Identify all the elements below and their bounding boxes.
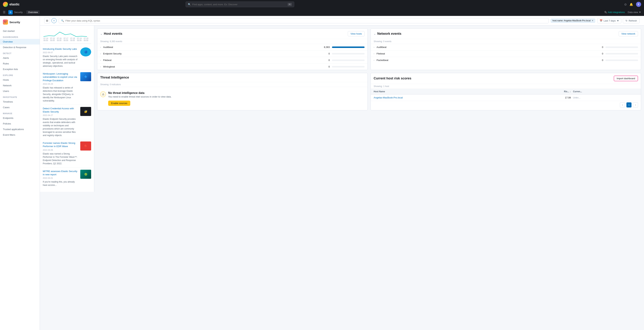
- bc-security[interactable]: Security: [14, 11, 23, 13]
- event-count: 0: [322, 59, 330, 61]
- calendar-icon: 📅: [600, 19, 602, 22]
- network-events-subtitle: Showing: 0 events: [371, 39, 641, 44]
- threat-intelligence-panel: Threat Intelligence Showing: 0 indicator…: [97, 73, 368, 110]
- event-name[interactable]: Filebeat: [103, 59, 320, 61]
- event-count: 0: [596, 52, 603, 55]
- bc-overview[interactable]: Overview: [26, 10, 40, 14]
- filter-tag: host.name: Angelas-MacBook-Pro.local ✕: [551, 19, 595, 23]
- news-image: 🔵: [80, 47, 91, 56]
- elastic-logo[interactable]: elastic: [3, 2, 20, 7]
- news-item: MITRE assesses Elastic Security in new r…: [43, 167, 91, 189]
- event-row: › Filebeat 0: [371, 50, 641, 57]
- news-desc: Elastic was named a Strong Performer in …: [43, 152, 78, 165]
- sidebar-item-users[interactable]: Users: [0, 88, 40, 94]
- threat-subtitle: Showing: 0 indicators: [97, 82, 368, 87]
- chevron-icon: ›: [374, 46, 374, 48]
- sidebar-item-network[interactable]: Network: [0, 83, 40, 88]
- event-bar-fill: [332, 46, 364, 48]
- threat-empty-state: ⚠ No threat intelligence data You need t…: [97, 87, 368, 110]
- event-name[interactable]: Auditbeat: [376, 46, 594, 48]
- news-title[interactable]: Forrester names Elastic Strong Performer…: [43, 142, 78, 148]
- sidebar-item-hosts[interactable]: Hosts: [0, 77, 40, 83]
- add-filter-btn[interactable]: +: [52, 18, 56, 23]
- risk-current: Unkn...: [573, 96, 638, 99]
- elastic-wordmark: elastic: [10, 2, 20, 6]
- filter-bar: ⊟ + 🔍 host.name: Angelas-MacBook-Pro.loc…: [40, 16, 644, 25]
- search-kbd: ⌘/: [288, 3, 292, 6]
- filter-tag-remove[interactable]: ✕: [592, 19, 594, 22]
- view-hosts-btn[interactable]: View hosts: [348, 31, 364, 36]
- search-input[interactable]: [192, 3, 286, 6]
- date-picker[interactable]: 📅 Last 7 days ▼: [597, 18, 621, 23]
- event-bar-bg: [332, 66, 364, 67]
- risk-host-name[interactable]: Angelas-MacBook-Pro.local: [374, 96, 504, 99]
- news-date: 2022-04-01: [43, 177, 78, 179]
- sidebar-item-get-started[interactable]: Get started: [0, 28, 40, 34]
- sidebar-item-endpoints[interactable]: Endpoints: [0, 115, 40, 121]
- kql-filter-input[interactable]: 🔍: [59, 18, 549, 23]
- sidebar-item-exception-lists[interactable]: Exception lists: [0, 66, 40, 72]
- event-name[interactable]: Winlogbeat: [103, 65, 320, 68]
- event-name[interactable]: Packetbeat: [376, 59, 594, 61]
- col-host-name: Host Name: [374, 90, 504, 93]
- sidebar-item-rules[interactable]: Rules: [0, 61, 40, 66]
- news-title[interactable]: MITRE assesses Elastic Security in new r…: [43, 170, 78, 176]
- event-row: › Endpoint Security 0: [97, 50, 368, 57]
- news-desc: Elastic Security Labs pairs research on …: [43, 55, 78, 68]
- event-bar-bg: [606, 59, 638, 61]
- event-name[interactable]: Filebeat: [376, 52, 594, 55]
- event-row: › Winlogbeat 0: [97, 63, 368, 70]
- chevron-icon: ›: [100, 65, 101, 68]
- event-name[interactable]: Endpoint Security: [103, 52, 320, 55]
- global-search[interactable]: 🔍 ⌘/: [186, 1, 294, 7]
- risk-subtitle: Showing: 1 host: [371, 84, 641, 89]
- event-bar-bg: [606, 46, 638, 48]
- panel-toggle-btn[interactable]: ⊟: [44, 18, 50, 23]
- warning-icon: ⚠: [100, 91, 106, 97]
- news-item: Nimbuspwn: Leveraging vulnerabilities to…: [43, 70, 91, 105]
- sidebar-item-alerts[interactable]: Alerts: [0, 55, 40, 61]
- news-image: 🔴: [80, 142, 91, 151]
- notifications-icon[interactable]: 🔔: [630, 3, 633, 6]
- sidebar-item-timelines[interactable]: Timelines: [0, 99, 40, 105]
- risk-header: Current host risk scores Import dashboar…: [371, 73, 641, 84]
- search-icon: 🔍: [188, 3, 191, 6]
- chevron-icon: ›: [100, 46, 101, 48]
- collapse-icon[interactable]: ⌄: [374, 32, 376, 35]
- kql-input[interactable]: [66, 19, 546, 22]
- enable-sources-btn[interactable]: Enable sources: [108, 101, 130, 106]
- data-view-btn[interactable]: Data view ▼: [628, 11, 641, 13]
- host-events-title: ⌄ Host events: [100, 32, 122, 36]
- next-page-btn[interactable]: ›: [633, 102, 638, 108]
- news-panel: 07-14 00:00 07-15 00:00 07-16 00:00 07-1…: [40, 25, 94, 192]
- view-network-btn[interactable]: View network: [619, 31, 638, 36]
- filter-controls: 📅 Last 7 days ▼ ↻ Refresh: [597, 18, 640, 23]
- host-events-panel: ⌄ Host events View hosts Showing: 8,383 …: [97, 28, 368, 70]
- page-1-btn[interactable]: 1: [626, 102, 632, 108]
- news-title[interactable]: Introducing Elastic Security Labs: [43, 47, 78, 51]
- refresh-btn[interactable]: ↻ Refresh: [623, 18, 640, 23]
- collapse-icon[interactable]: ⌄: [100, 32, 102, 35]
- sidebar-item-event-filters[interactable]: Event filters: [0, 132, 40, 138]
- add-integrations-btn[interactable]: 🔌 Add integrations: [604, 11, 625, 13]
- import-dashboard-btn[interactable]: Import dashboard: [614, 76, 638, 81]
- help-icon[interactable]: ⊙: [624, 3, 626, 6]
- sidebar-item-policies[interactable]: Policies: [0, 121, 40, 127]
- prev-page-btn[interactable]: ‹: [620, 102, 625, 108]
- hamburger-icon[interactable]: ☰: [3, 10, 6, 14]
- sidebar-item-detection-response[interactable]: Detection & Response: [0, 44, 40, 50]
- topbar: elastic 🔍 ⌘/ ⊙ 🔔 E: [0, 0, 644, 9]
- main-content: ⊟ + 🔍 host.name: Angelas-MacBook-Pro.loc…: [40, 16, 644, 330]
- news-image: 🔐: [80, 107, 91, 116]
- chevron-icon: ›: [100, 52, 101, 55]
- no-data-title: No threat intelligence data: [108, 91, 172, 95]
- news-title[interactable]: Nimbuspwn: Leveraging vulnerabilities to…: [43, 72, 78, 82]
- news-title[interactable]: Detect Credential Access with Elastic Se…: [43, 107, 78, 113]
- sidebar-item-overview[interactable]: Overview: [0, 39, 40, 44]
- chevron-down-icon: ▼: [617, 19, 619, 22]
- news-desc: Elastic Endpoint Security provides event…: [43, 117, 78, 137]
- sidebar-item-trusted-applications[interactable]: Trusted applications: [0, 127, 40, 132]
- sidebar-item-cases[interactable]: Cases: [0, 105, 40, 110]
- event-name[interactable]: Auditbeat: [103, 46, 320, 48]
- user-avatar[interactable]: E: [636, 2, 641, 7]
